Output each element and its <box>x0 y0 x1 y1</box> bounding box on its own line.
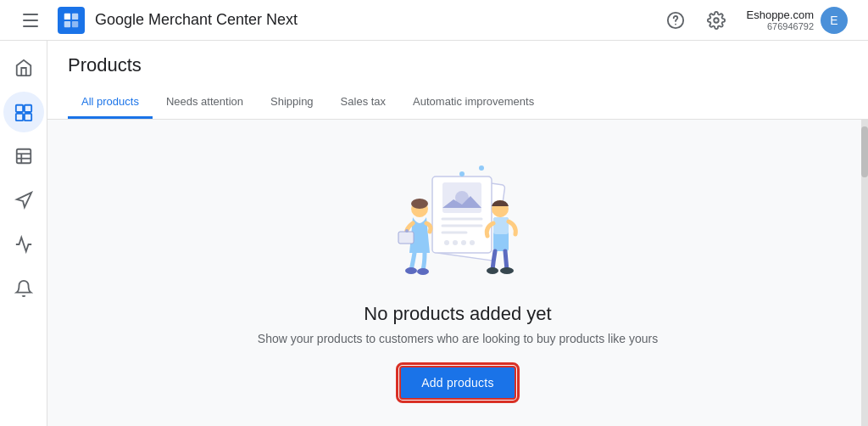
svg-point-21 <box>461 240 466 245</box>
svg-rect-29 <box>398 232 414 244</box>
empty-state-illustration <box>373 147 542 283</box>
svg-rect-6 <box>15 105 22 112</box>
sidebar-item-campaigns[interactable] <box>3 180 44 221</box>
sidebar-item-home[interactable] <box>3 48 44 88</box>
page-header: Products All products Needs attention Sh… <box>47 41 868 120</box>
svg-point-27 <box>405 267 417 274</box>
svg-point-22 <box>470 240 475 245</box>
svg-rect-2 <box>64 20 70 26</box>
main-content: No products added yet Show your products… <box>47 120 868 426</box>
svg-point-36 <box>459 171 465 177</box>
main-layout: Products All products Needs attention Sh… <box>0 41 868 426</box>
help-button[interactable] <box>659 3 693 37</box>
svg-rect-3 <box>72 20 78 26</box>
settings-button[interactable] <box>699 3 733 37</box>
scrollbar[interactable] <box>861 120 868 426</box>
header-right: Eshoppe.com 676946792 E <box>659 3 855 37</box>
tabs: All products Needs attention Shipping Sa… <box>68 87 848 119</box>
sidebar-item-notifications[interactable] <box>3 268 44 309</box>
content-area: Products All products Needs attention Sh… <box>47 41 868 426</box>
sidebar-item-analytics[interactable] <box>3 224 44 265</box>
logo-icon <box>58 7 85 34</box>
empty-state-subtitle: Show your products to customers who are … <box>258 332 658 345</box>
svg-point-28 <box>417 268 429 275</box>
svg-point-20 <box>453 240 458 245</box>
svg-rect-33 <box>493 217 509 234</box>
svg-point-19 <box>444 240 449 245</box>
tab-automatic-improvements[interactable]: Automatic improvements <box>399 87 548 119</box>
sidebar-item-reports[interactable] <box>3 136 44 177</box>
svg-point-34 <box>487 267 498 274</box>
svg-rect-10 <box>16 149 31 164</box>
svg-rect-8 <box>15 114 22 121</box>
avatar: E <box>821 7 848 34</box>
sidebar <box>0 41 47 426</box>
tab-shipping[interactable]: Shipping <box>257 87 327 119</box>
app-title: Google Merchant Center Next <box>95 11 298 29</box>
header: Google Merchant Center Next Eshoppe.com … <box>0 0 868 41</box>
menu-button[interactable] <box>14 3 47 37</box>
svg-point-35 <box>500 267 514 274</box>
sidebar-item-products[interactable] <box>3 92 44 132</box>
account-name: Eshoppe.com <box>747 8 815 21</box>
tab-needs-attention[interactable]: Needs attention <box>153 87 257 119</box>
svg-rect-1 <box>72 13 78 19</box>
svg-point-37 <box>479 165 484 171</box>
tab-sales-tax[interactable]: Sales tax <box>327 87 399 119</box>
header-left: Google Merchant Center Next <box>14 3 659 37</box>
svg-point-5 <box>675 23 676 25</box>
svg-rect-7 <box>24 105 31 112</box>
scrollbar-thumb[interactable] <box>861 126 868 177</box>
svg-rect-9 <box>24 114 31 121</box>
empty-state-title: No products added yet <box>364 303 551 325</box>
svg-point-26 <box>411 199 428 209</box>
svg-point-30 <box>405 229 409 233</box>
svg-rect-0 <box>64 13 70 19</box>
page-title: Products <box>68 54 848 76</box>
account-id: 676946792 <box>747 21 815 31</box>
tab-all-products[interactable]: All products <box>68 87 153 119</box>
account-info: Eshoppe.com 676946792 <box>747 8 815 31</box>
account-area[interactable]: Eshoppe.com 676946792 E <box>740 3 855 37</box>
add-products-button[interactable]: Add products <box>399 366 516 400</box>
